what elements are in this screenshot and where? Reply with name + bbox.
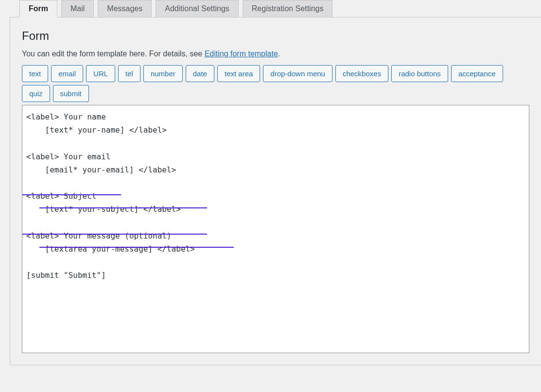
code-line: [submit "Submit"] (26, 271, 106, 280)
tag-text-button[interactable]: text (22, 65, 48, 82)
code-line: <label> Your email (26, 152, 110, 161)
tag-button-row: text email URL tel number date text area… (22, 65, 529, 102)
editing-template-link[interactable]: Editing form template (205, 50, 278, 58)
panel-desc-prefix: You can edit the form template here. For… (22, 50, 205, 58)
strike-annotation (39, 247, 234, 248)
tab-additional-settings[interactable]: Additional Settings (156, 0, 239, 17)
tag-date-button[interactable]: date (186, 65, 214, 82)
panel-title: Form (22, 29, 529, 43)
strike-annotation (22, 194, 121, 195)
form-template-textarea[interactable]: <label> Your name [text* your-name] </la… (22, 105, 529, 353)
strike-annotation (22, 234, 207, 235)
tag-number-button[interactable]: number (143, 65, 183, 82)
code-line: [text* your-subject] </label> (26, 205, 181, 214)
tab-registration-settings[interactable]: Registration Settings (243, 0, 333, 17)
tag-dropdown-button[interactable]: drop-down menu (263, 65, 332, 82)
tag-email-button[interactable]: email (51, 65, 83, 82)
code-line: [textarea your-message] </label> (26, 244, 195, 254)
panel-desc-suffix: . (278, 50, 280, 58)
tab-navigation: Form Mail Messages Additional Settings R… (0, 0, 541, 17)
form-panel: Form You can edit the form template here… (10, 17, 541, 365)
tab-mail[interactable]: Mail (61, 0, 94, 17)
code-line: [email* your-email] </label> (26, 165, 176, 174)
tag-checkboxes-button[interactable]: checkboxes (335, 65, 388, 82)
tag-tel-button[interactable]: tel (118, 65, 140, 82)
tag-submit-button[interactable]: submit (53, 85, 89, 102)
tab-form[interactable]: Form (19, 0, 57, 17)
panel-description: You can edit the form template here. For… (22, 50, 529, 58)
code-line: <label> Your name (26, 112, 106, 121)
tag-acceptance-button[interactable]: acceptance (451, 65, 503, 82)
code-line: <label> Your message (optional) (26, 231, 172, 240)
code-line: [text* your-name] </label> (26, 125, 167, 135)
strike-annotation (39, 207, 207, 208)
code-line: <label> Subject (26, 191, 97, 201)
tag-quiz-button[interactable]: quiz (22, 85, 50, 102)
tab-messages[interactable]: Messages (98, 0, 152, 17)
tag-textarea-button[interactable]: text area (217, 65, 260, 82)
tag-radio-button[interactable]: radio buttons (391, 65, 448, 82)
tag-url-button[interactable]: URL (86, 65, 115, 82)
